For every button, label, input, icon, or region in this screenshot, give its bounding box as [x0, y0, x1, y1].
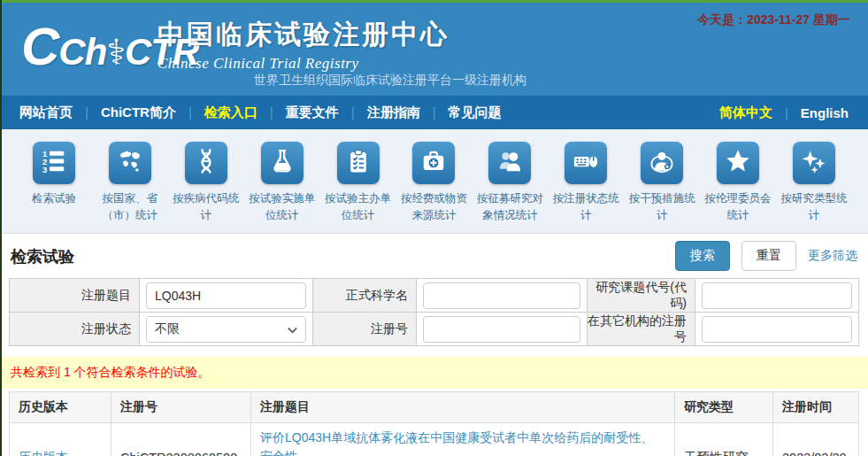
history-version-link[interactable]: 历史版本: [19, 450, 68, 456]
statistics-toolbar: 123 检索试验 按国家、省（市）统计 按疾病代码统计 按试验实施单位统计 按试…: [0, 129, 868, 234]
caduceus-icon: ⚕: [106, 33, 125, 72]
nav-item-important-documents[interactable]: 重要文件: [257, 104, 339, 121]
column-registration-date: 注册时间: [773, 392, 859, 423]
nav-list: 网站首页 ChiCTR简介 检索入口 重要文件 注册指南 常见问题: [19, 104, 502, 121]
registration-number-cell: ChiCTR2300069500: [111, 423, 251, 456]
star-icon: [725, 148, 751, 178]
column-registered-title: 注册题目: [251, 392, 675, 423]
nav-item-registration-guide[interactable]: 注册指南: [339, 104, 420, 121]
results-header-row: 历史版本 注册号 注册题目 研究类型 注册时间: [10, 392, 859, 423]
reset-button[interactable]: 重置: [741, 241, 796, 271]
registration-status-label: 注册状态: [10, 313, 140, 346]
logo-text-part1: Ch: [58, 31, 106, 73]
search-form: 注册题目 正式科学名 研究课题代号(代码) 注册状态 不限 注册号 在其它机构的…: [9, 278, 859, 346]
tool-stats-by-implementing-unit[interactable]: 按试验实施单位统计: [244, 142, 320, 224]
tool-stats-by-disease-code[interactable]: 按疾病代码统计: [168, 142, 244, 224]
people-icon: [496, 148, 523, 178]
column-history-version: 历史版本: [10, 392, 111, 423]
medical-bag-icon: [420, 148, 447, 178]
world-map-icon: [117, 148, 143, 178]
tool-stats-by-funding-source[interactable]: 按经费或物资来源统计: [396, 142, 472, 224]
site-title-en: Chinese Clinical Trial Registry: [157, 55, 449, 73]
tool-stats-by-ethics-committee[interactable]: 按伦理委员会统计: [700, 142, 776, 224]
tool-search-trials[interactable]: 123 检索试验: [16, 142, 92, 224]
nav-item-home[interactable]: 网站首页: [19, 104, 73, 121]
scientific-name-input[interactable]: [423, 282, 580, 309]
dna-icon: [193, 148, 219, 178]
language-switcher: 简体中文 | English: [719, 104, 849, 121]
tool-stats-by-intervention[interactable]: 按干预措施统计: [624, 142, 700, 224]
tool-stats-by-region[interactable]: 按国家、省（市）统计: [92, 142, 168, 224]
column-study-type: 研究类型: [675, 392, 773, 423]
main-nav: 网站首页 ChiCTR简介 检索入口 重要文件 注册指南 常见问题 简体中文 |…: [0, 96, 868, 129]
site-title-zh: 中国临床试验注册中心: [157, 17, 449, 53]
other-registry-number-label: 在其它机构的注册号: [588, 313, 695, 346]
registration-date-cell: 2023/03/20: [773, 423, 859, 456]
brand-block: 中国临床试验注册中心 Chinese Clinical Trial Regist…: [157, 17, 449, 73]
form-row-1: 注册题目 正式科学名 研究课题代号(代码): [10, 279, 859, 313]
lang-english[interactable]: English: [801, 105, 849, 120]
flask-icon: [269, 148, 296, 178]
lang-separator: |: [785, 105, 788, 120]
nav-item-search-entry[interactable]: 检索入口: [176, 104, 257, 121]
numbered-list-icon: 123: [41, 148, 67, 178]
tool-stats-by-registration-status[interactable]: 按注册状态统计: [548, 142, 624, 224]
sparkles-icon: [801, 148, 827, 178]
result-count-message: 共检索到 1 个符合检索条件的试验。: [0, 357, 868, 389]
lang-simplified-chinese[interactable]: 简体中文: [719, 104, 772, 121]
tool-stats-by-study-type[interactable]: 按研究类型统计: [776, 142, 852, 224]
trial-title-link[interactable]: 评价LQ043H单域抗体雾化液在中国健康受试者中单次给药后的耐受性、安全性、..…: [260, 430, 653, 456]
column-registration-number: 注册号: [111, 392, 251, 423]
nav-item-about[interactable]: ChiCTR简介: [73, 104, 176, 121]
who-platform-subtitle: 世界卫生组织国际临床试验注册平台一级注册机构: [254, 73, 526, 89]
study-code-input[interactable]: [702, 282, 852, 309]
chevron-down-icon: [288, 322, 297, 336]
other-registry-number-input[interactable]: [702, 316, 852, 343]
results-table: 历史版本 注册号 注册题目 研究类型 注册时间 历史版本 ChiCTR23000…: [9, 391, 859, 456]
registered-title-cell: 评价LQ043H单域抗体雾化液在中国健康受试者中单次给药后的耐受性、安全性、..…: [251, 423, 675, 456]
window-left-edge: [0, 0, 2, 456]
logo-letter-c: C: [21, 17, 58, 76]
search-actions: 搜索 重置 更多筛选: [675, 241, 857, 271]
study-code-label: 研究课题代号(代码): [588, 279, 695, 313]
form-row-2: 注册状态 不限 注册号 在其它机构的注册号: [10, 313, 859, 346]
site-header: CCh⚕CTR 中国临床试验注册中心 Chinese Clinical Tria…: [0, 0, 868, 96]
current-date: 今天是：2023-11-27 星期一: [697, 12, 850, 28]
registration-number-input[interactable]: [423, 316, 580, 343]
study-type-cell: 干预性研究: [675, 423, 773, 456]
scientific-name-label: 正式科学名: [313, 279, 417, 313]
search-section-header: 检索试验 搜索 重置 更多筛选: [0, 234, 868, 276]
registered-title-label: 注册题目: [10, 279, 140, 313]
keyboard-mouse-icon: [572, 148, 599, 178]
search-button[interactable]: 搜索: [675, 241, 730, 271]
nav-item-faq[interactable]: 常见问题: [420, 104, 502, 121]
clipboard-icon: [345, 148, 372, 178]
registration-status-select[interactable]: 不限: [146, 316, 306, 343]
table-row: 历史版本 ChiCTR2300069500 评价LQ043H单域抗体雾化液在中国…: [10, 423, 859, 456]
tool-stats-by-sponsor-unit[interactable]: 按试验主办单位统计: [320, 142, 396, 224]
svg-text:3: 3: [42, 166, 47, 174]
registration-number-label: 注册号: [313, 313, 417, 346]
registered-title-input[interactable]: [146, 282, 306, 309]
doctor-icon: [649, 148, 675, 178]
more-filters-link[interactable]: 更多筛选: [808, 248, 857, 264]
tool-stats-by-recruitment-status[interactable]: 按征募研究对象情况统计: [472, 142, 548, 224]
